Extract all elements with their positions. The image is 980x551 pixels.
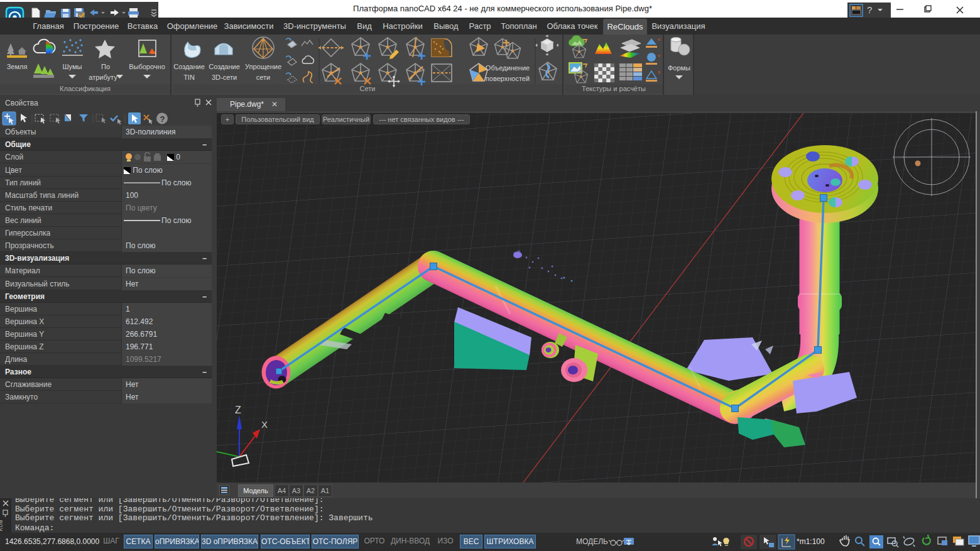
svg-text:По: По [101,63,110,70]
svg-text:?: ? [867,4,872,15]
svg-text:Создание: Создание [209,63,240,70]
svg-text:v: v [658,53,660,58]
svg-text:Шумы: Шумы [63,63,82,70]
svg-text:X: X [261,419,268,430]
svg-text:Земля: Земля [7,63,28,70]
svg-text:TIN: TIN [183,74,195,81]
svg-text:Объединение: Объединение [486,64,530,72]
svg-text:v: v [658,36,660,42]
svg-text:3D-сети: 3D-сети [212,74,237,81]
svg-text:поверхностей: поверхностей [486,75,530,82]
svg-text:?: ? [160,114,165,124]
svg-text:Выборочно: Выборочно [129,63,165,70]
svg-text:Z: Z [235,405,241,415]
svg-text:Формы: Формы [668,64,690,72]
svg-text:Упрощение: Упрощение [245,63,281,70]
svg-text:атрибуту: атрибуту [89,74,117,81]
svg-text:s: s [658,69,660,75]
svg-text:сети: сети [256,74,270,81]
svg-text:Создание: Создание [173,63,205,70]
